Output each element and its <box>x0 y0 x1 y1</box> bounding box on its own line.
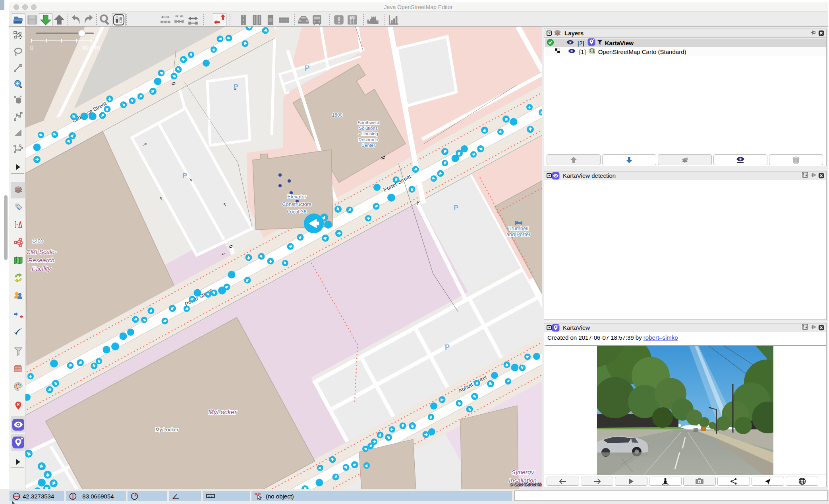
svg-text:Solutions: Solutions <box>359 126 378 131</box>
svg-text:Resource: Resource <box>358 137 378 142</box>
svg-text:Center: Center <box>361 143 375 148</box>
svg-text:Southwest: Southwest <box>357 120 379 125</box>
svg-text:P: P <box>305 64 309 72</box>
svg-text:CMI Scale-: CMI Scale- <box>26 248 57 255</box>
svg-text:© OpenStreetMap contributors: © OpenStreetMap contributors <box>510 483 542 487</box>
svg-text:Research: Research <box>28 257 54 264</box>
svg-text:0: 0 <box>30 44 33 51</box>
svg-text:Facility: Facility <box>32 265 51 272</box>
svg-text:My Locker: My Locker <box>155 427 178 433</box>
svg-text:MyLocker: MyLocker <box>208 408 237 416</box>
svg-text:and Porter: and Porter <box>506 231 531 237</box>
svg-text:Trumbell: Trumbell <box>508 225 528 231</box>
svg-text:1600: 1600 <box>332 112 343 118</box>
svg-text:- Housing: - Housing <box>358 131 378 136</box>
svg-text:1400: 1400 <box>33 239 43 244</box>
svg-text:P: P <box>445 343 450 351</box>
svg-text:Constructors: Constructors <box>282 201 311 207</box>
svg-text:Local 36: Local 36 <box>287 209 306 215</box>
svg-text:30.0 m: 30.0 m <box>82 44 100 51</box>
svg-text:P: P <box>182 172 187 180</box>
svg-text:Synergy: Synergy <box>512 469 535 475</box>
svg-text:Elevator: Elevator <box>287 194 306 200</box>
svg-text:P: P <box>454 204 458 212</box>
svg-text:P: P <box>234 83 238 91</box>
